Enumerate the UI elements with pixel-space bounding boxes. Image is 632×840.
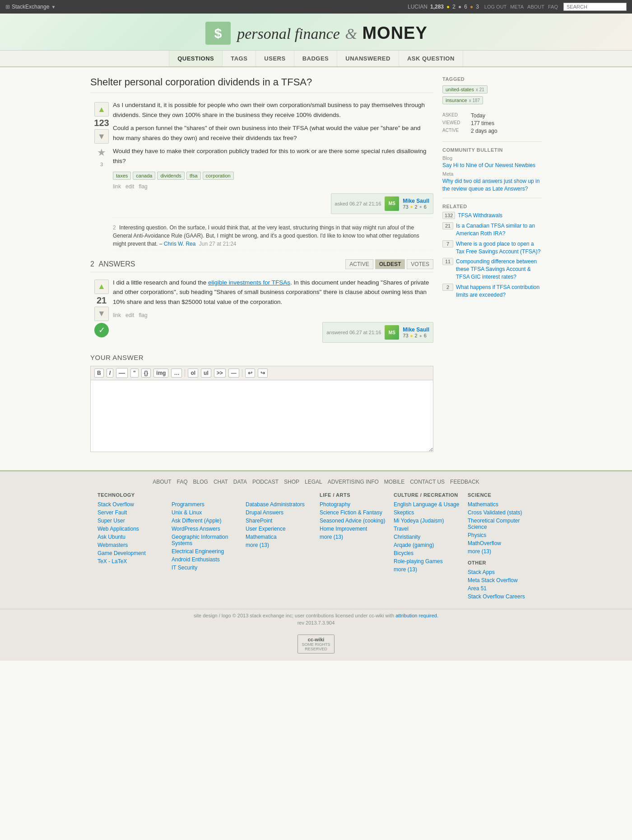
sort-votes[interactable]: VOTES	[407, 259, 433, 269]
blockquote-button[interactable]: "	[130, 369, 139, 378]
ol-button[interactable]: ol	[188, 369, 198, 378]
bulletin-link-2[interactable]: Why did two old answers just show up in …	[442, 177, 542, 193]
question-edit-action[interactable]: edit	[125, 183, 134, 190]
footer-link-gaming[interactable]: Arqade (gaming)	[394, 542, 460, 548]
footer-link-stats[interactable]: Cross Validated (stats)	[468, 509, 534, 516]
bulletin-link-1[interactable]: Say Hi to Nine of Our Newest Newbies	[442, 162, 542, 169]
footer-link-stackoverflow[interactable]: Stack Overflow	[98, 501, 164, 508]
footer-link-gis[interactable]: Geographic Information Systems	[172, 534, 238, 546]
footer-link-wordpress[interactable]: WordPress Answers	[172, 526, 238, 532]
sort-active[interactable]: ACTIVE	[345, 259, 373, 269]
footer-link-more-culture[interactable]: more (13)	[394, 566, 460, 573]
footer-blog[interactable]: BLOG	[193, 479, 208, 485]
about-link[interactable]: ABOUT	[527, 4, 544, 9]
footer-link-bicycles[interactable]: Bicycles	[394, 550, 460, 556]
footer-data[interactable]: DATA	[233, 479, 247, 485]
footer-link-photography[interactable]: Photography	[320, 501, 386, 508]
footer-link-travel[interactable]: Travel	[394, 526, 460, 532]
faq-link[interactable]: FAQ	[548, 4, 558, 9]
nav-tags[interactable]: TAGS	[223, 51, 256, 66]
related-link-1[interactable]: TFSA Withdrawals	[458, 212, 502, 219]
footer-mobile[interactable]: MOBILE	[384, 479, 404, 485]
footer-link-programmers[interactable]: Programmers	[172, 501, 238, 508]
dedent-button[interactable]: —	[228, 369, 239, 378]
footer-about[interactable]: ABOUT	[153, 479, 171, 485]
footer-link-superuser[interactable]: Super User	[98, 518, 164, 524]
tag-taxes[interactable]: taxes	[113, 172, 131, 180]
footer-link-area51[interactable]: Area 51	[468, 585, 534, 592]
footer-link-unix[interactable]: Unix & Linux	[172, 509, 238, 516]
answer-edit-action[interactable]: edit	[125, 312, 134, 318]
footer-link-rpg[interactable]: Role-playing Games	[394, 558, 460, 565]
question-link-action[interactable]: link	[113, 183, 121, 190]
footer-link-skeptics[interactable]: Skeptics	[394, 509, 460, 516]
footer-link-gamedev[interactable]: Game Development	[98, 550, 164, 556]
footer-link-ux[interactable]: User Experience	[246, 526, 312, 532]
footer-link-webapps[interactable]: Web Applications	[98, 526, 164, 532]
link-button[interactable]: —	[116, 368, 128, 378]
footer-link-mathoverflow[interactable]: MathOverflow	[468, 540, 534, 546]
code-button[interactable]: {}	[141, 369, 151, 378]
footer-shop[interactable]: SHOP	[284, 479, 299, 485]
question-flag-action[interactable]: flag	[139, 183, 147, 190]
footer-link-careers[interactable]: Stack Overflow Careers	[468, 593, 534, 600]
footer-contact[interactable]: CONTACT US	[410, 479, 445, 485]
tag-tfsa[interactable]: tfsa	[186, 172, 201, 180]
footer-advertising[interactable]: ADVERTISING INFO	[328, 479, 379, 485]
meta-link[interactable]: META	[510, 4, 524, 9]
footer-link-mathematica[interactable]: Mathematica	[246, 534, 312, 540]
footer-link-tcs[interactable]: Theoretical Computer Science	[468, 518, 534, 530]
question-favorite-button[interactable]: ★	[94, 145, 109, 160]
answer-user-name[interactable]: Mike Saull	[403, 327, 429, 333]
sidebar-tag-insurance[interactable]: insurance x 187	[442, 96, 483, 104]
footer-link-english[interactable]: English Language & Usage	[394, 501, 460, 508]
italic-button[interactable]: I	[107, 369, 113, 378]
footer-link-metaso[interactable]: Meta Stack Overflow	[468, 577, 534, 583]
footer-link-tex[interactable]: TeX - LaTeX	[98, 558, 164, 565]
footer-link-sharepoint[interactable]: SharePoint	[246, 518, 312, 524]
footer-podcast[interactable]: PODCAST	[252, 479, 279, 485]
footer-link-physics[interactable]: Physics	[468, 532, 534, 538]
related-link-4[interactable]: Compounding difference between these TFS…	[456, 258, 542, 280]
footer-link-ee[interactable]: Electrical Engineering	[172, 548, 238, 555]
footer-link-serverfault[interactable]: Server Fault	[98, 509, 164, 516]
footer-feedback[interactable]: FEEDBACK	[450, 479, 479, 485]
footer-link-android[interactable]: Android Enthusiasts	[172, 556, 238, 563]
bold-button[interactable]: B	[94, 369, 104, 378]
answer-downvote-button[interactable]: ▼	[94, 307, 109, 321]
footer-link-math[interactable]: Mathematics	[468, 501, 534, 508]
footer-link-homeimprovement[interactable]: Home Improvement	[320, 526, 386, 532]
related-link-2[interactable]: Is a Canadian TFSA similar to an America…	[456, 222, 542, 238]
hr-button[interactable]: …	[171, 369, 182, 378]
nav-users[interactable]: USERS	[256, 51, 294, 66]
image-button[interactable]: img	[153, 369, 168, 378]
footer-link-askdifferent[interactable]: Ask Different (Apple)	[172, 518, 238, 524]
footer-chat[interactable]: CHAT	[214, 479, 228, 485]
question-user-name[interactable]: Mike Saull	[403, 198, 429, 204]
attribution-link[interactable]: attribution required.	[395, 613, 438, 618]
footer-link-scifi[interactable]: Science Fiction & Fantasy	[320, 509, 386, 516]
ul-button[interactable]: ul	[201, 369, 211, 378]
footer-link-cooking[interactable]: Seasoned Advice (cooking)	[320, 518, 386, 524]
tag-dividends[interactable]: dividends	[157, 172, 184, 180]
search-input[interactable]	[563, 3, 627, 11]
footer-link-askubuntu[interactable]: Ask Ubuntu	[98, 534, 164, 540]
sidebar-tag-united-states[interactable]: united-states x 21	[442, 85, 488, 93]
nav-ask-question[interactable]: ASK QUESTION	[399, 51, 463, 66]
sort-oldest[interactable]: OLDEST	[375, 259, 405, 269]
footer-link-christianity[interactable]: Christianity	[394, 534, 460, 540]
footer-link-webmasters[interactable]: Webmasters	[98, 542, 164, 548]
nav-questions[interactable]: QUESTIONS	[169, 51, 223, 66]
related-link-5[interactable]: What happens if TFSA contribution limits…	[456, 284, 542, 299]
comment-author[interactable]: Chris W. Rea	[164, 241, 196, 247]
indent-button[interactable]: >>	[214, 369, 226, 378]
undo-button[interactable]: ↩	[245, 369, 255, 378]
footer-legal[interactable]: LEGAL	[305, 479, 322, 485]
tag-canada[interactable]: canada	[133, 172, 155, 180]
footer-faq[interactable]: FAQ	[177, 479, 188, 485]
answer-textarea[interactable]	[90, 380, 433, 452]
redo-button[interactable]: ↪	[258, 369, 268, 378]
answer-flag-action[interactable]: flag	[139, 312, 147, 318]
topbar-logo[interactable]: ⊞ StackExchange ▼	[5, 4, 56, 10]
nav-unanswered[interactable]: UNANSWERED	[337, 51, 399, 66]
